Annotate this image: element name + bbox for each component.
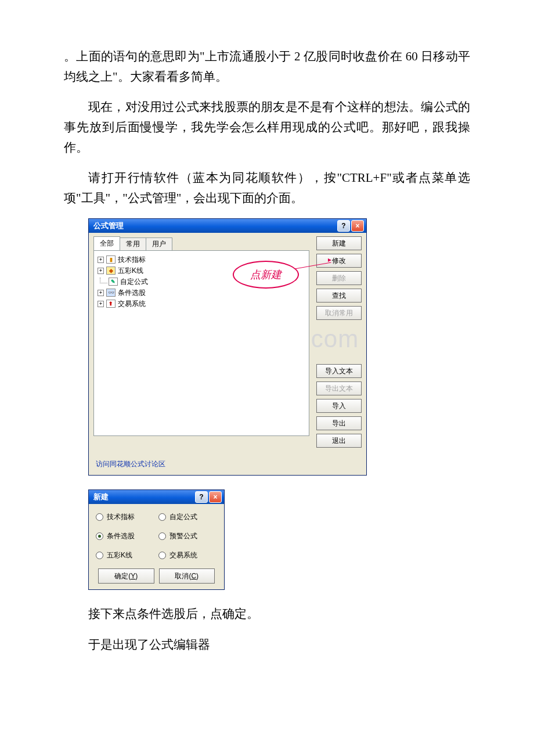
plus-icon[interactable]: +: [98, 257, 104, 263]
radio-label: 预警公式: [169, 531, 197, 541]
tree-label: 五彩K线: [118, 266, 143, 276]
remove-common-button[interactable]: 取消常用: [316, 306, 362, 320]
radio-label: 五彩K线: [107, 550, 132, 560]
tree-branch-icon: [100, 278, 107, 283]
plus-icon[interactable]: +: [98, 268, 104, 274]
binoculars-icon: 👓: [106, 289, 116, 297]
formula-manager-dialog: 公式管理 ? × 全部 常用 用户 + ▮ 技术指标: [88, 218, 367, 476]
radio-condition[interactable]: 条件选股: [96, 531, 155, 541]
radio-icon: [96, 532, 103, 540]
radio-icon: [158, 552, 166, 559]
tree-label: 条件选股: [118, 288, 146, 298]
cancel-suffix: ): [196, 572, 199, 580]
new-button[interactable]: 新建: [316, 236, 362, 250]
tree-item-trade[interactable]: + ⬆ 交易系统: [96, 298, 306, 309]
radio-icon: [158, 532, 166, 540]
paragraph-1: 。上面的语句的意思即为"上市流通股小于 2 亿股同时收盘价在 60 日移动平均线…: [64, 46, 470, 87]
up-arrow-icon: ⬆: [106, 300, 116, 308]
formula-tree[interactable]: + ▮ 技术指标 + ◆ 五彩K线 ✎ 自定公式: [93, 250, 309, 436]
cancel-text: 取消(: [175, 571, 191, 581]
plus-icon[interactable]: +: [98, 290, 104, 296]
tab-strip: 全部 常用 用户: [93, 236, 309, 250]
paragraph-5: 于是出现了公式编辑器: [64, 635, 470, 655]
tree-item-condition[interactable]: + 👓 条件选股: [96, 287, 306, 298]
ok-text: 确定(: [114, 571, 131, 581]
tab-common[interactable]: 常用: [120, 237, 146, 251]
paragraph-3: 请打开行情软件（蓝本为同花顺软件），按"CTRL+F"或者点菜单选项"工具"，"…: [64, 168, 470, 208]
dialog-title: 新建: [93, 492, 194, 502]
radio-trade[interactable]: 交易系统: [158, 550, 218, 560]
radio-icon: [96, 552, 103, 559]
close-icon[interactable]: ×: [209, 491, 222, 503]
close-icon[interactable]: ×: [351, 220, 364, 232]
edit-icon: ✎: [109, 278, 118, 286]
paragraph-2: 现在，对没用过公式来找股票的朋友是不是有个这样的想法。编公式的事先放到后面慢慢学…: [64, 97, 470, 157]
tab-all[interactable]: 全部: [93, 236, 120, 250]
dialog-title: 公式管理: [93, 221, 336, 231]
tree-label: 自定公式: [120, 277, 148, 287]
delete-button[interactable]: 删除: [316, 271, 362, 285]
modify-button[interactable]: 修改: [316, 254, 362, 268]
radio-label: 交易系统: [169, 550, 197, 560]
radio-alert[interactable]: 预警公式: [158, 531, 218, 541]
ok-suffix: ): [135, 572, 138, 580]
import-text-button[interactable]: 导入文本: [316, 364, 362, 378]
radio-icon: [96, 513, 103, 521]
kline-icon: ◆: [106, 267, 116, 275]
find-button[interactable]: 查找: [316, 289, 362, 303]
tree-label: 技术指标: [118, 255, 146, 265]
new-dialog: 新建 ? × 技术指标 自定公式 条件选股 预警: [88, 489, 225, 590]
discussion-link[interactable]: 访问同花顺公式讨论区: [89, 456, 366, 475]
cancel-button[interactable]: 取消(C): [159, 568, 215, 584]
chart-icon: ▮: [106, 255, 116, 264]
radio-label: 自定公式: [169, 512, 197, 522]
radio-icon: [158, 513, 166, 521]
tree-item-color-k[interactable]: + ◆ 五彩K线: [96, 265, 306, 276]
tree-item-technical[interactable]: + ▮ 技术指标: [96, 254, 306, 265]
radio-label: 条件选股: [107, 531, 135, 541]
dialog-titlebar[interactable]: 新建 ? ×: [89, 490, 224, 504]
import-button[interactable]: 导入: [316, 399, 362, 413]
paragraph-4: 接下来点条件选股后，点确定。: [64, 604, 470, 624]
tree-label: 交易系统: [118, 299, 146, 309]
radio-label: 技术指标: [107, 512, 135, 522]
cancel-key: C: [191, 572, 196, 580]
export-button[interactable]: 导出: [316, 416, 362, 430]
radio-technical[interactable]: 技术指标: [96, 512, 155, 522]
ok-button[interactable]: 确定(Y): [98, 568, 154, 584]
exit-button[interactable]: 退出: [316, 434, 362, 448]
radio-color-k[interactable]: 五彩K线: [96, 550, 155, 560]
export-text-button[interactable]: 导出文本: [316, 381, 362, 395]
tab-user[interactable]: 用户: [146, 237, 172, 251]
dialog-titlebar[interactable]: 公式管理 ? ×: [89, 219, 366, 233]
plus-icon[interactable]: +: [98, 301, 104, 307]
ok-key: Y: [131, 572, 135, 580]
tree-item-custom[interactable]: ✎ 自定公式: [96, 276, 306, 287]
help-icon[interactable]: ?: [195, 491, 208, 503]
help-icon[interactable]: ?: [337, 220, 350, 232]
radio-custom[interactable]: 自定公式: [158, 512, 218, 522]
